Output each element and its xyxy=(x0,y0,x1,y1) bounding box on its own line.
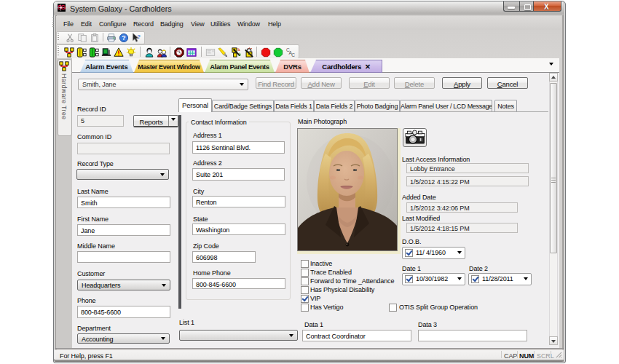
svg-text:?: ? xyxy=(137,33,141,40)
svg-text:?: ? xyxy=(122,34,125,41)
svg-text:C: C xyxy=(291,52,295,58)
